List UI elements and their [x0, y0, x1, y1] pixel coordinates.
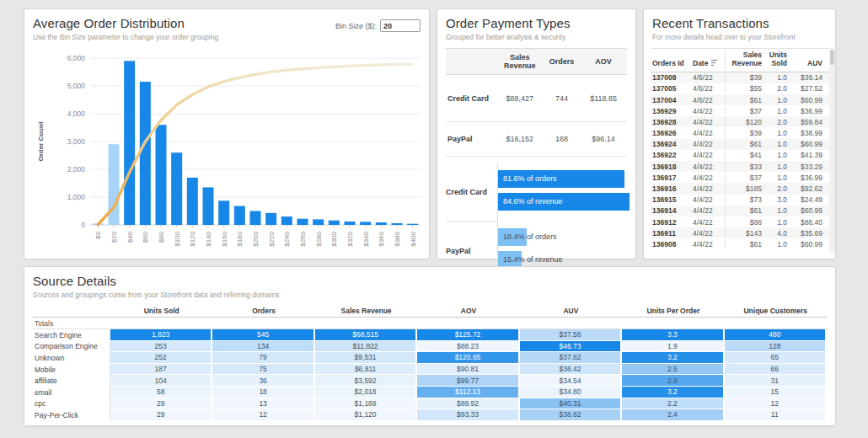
source-heat-cell[interactable]: 1,823 — [110, 329, 212, 341]
transaction-row-136916[interactable]: 1369164/4/22$1852.0$92.62 — [651, 183, 830, 194]
transaction-row-136911[interactable]: 1369114/4/22$1434.0$35.69 — [651, 227, 830, 238]
source-heat-cell[interactable]: 134 — [212, 341, 314, 353]
source-row-search-engine[interactable]: Search Engine1,823545$68,515$125.72$37.5… — [33, 329, 827, 341]
histogram-bar-$240[interactable] — [281, 216, 292, 225]
transaction-row-136915[interactable]: 1369154/4/22$733.0$24.49 — [651, 195, 830, 206]
source-heat-cell[interactable]: 1.9 — [622, 341, 724, 353]
transaction-row-136918[interactable]: 1369184/4/22$331.0$33.29 — [651, 161, 830, 172]
histogram-bar-$300[interactable] — [329, 221, 340, 225]
transaction-row-137005[interactable]: 1370054/6/22$552.0$27.52 — [651, 83, 830, 94]
transactions-column-header-sales-revenue[interactable]: Sales Revenue — [725, 51, 764, 69]
source-heat-cell[interactable]: 66 — [725, 364, 827, 376]
source-heat-cell[interactable]: 3.2 — [622, 352, 724, 364]
source-heat-cell[interactable]: $112.13 — [417, 387, 519, 398]
histogram-bar-$60[interactable] — [140, 82, 151, 225]
source-heat-cell[interactable]: 12 — [725, 398, 827, 410]
source-heat-cell[interactable]: 31 — [725, 375, 827, 387]
transactions-column-header-auv[interactable]: AUV — [790, 60, 825, 69]
source-heat-cell[interactable]: $40.31 — [520, 398, 622, 410]
source-heat-cell[interactable]: $3,592 — [315, 375, 417, 387]
source-heat-cell[interactable]: $38.62 — [520, 409, 622, 421]
source-row-pay-per-click[interactable]: Pay-Per-Click2912$1,120$93.33$38.622.411 — [33, 409, 827, 421]
transaction-row-136914[interactable]: 1369144/4/22$611.0$60.99 — [651, 206, 830, 216]
histogram-bar-$120[interactable] — [187, 178, 198, 225]
histogram-bar-$360[interactable] — [376, 222, 387, 225]
source-heat-cell[interactable]: $34.54 — [520, 375, 622, 387]
source-heat-cell[interactable]: $6,811 — [315, 364, 417, 376]
source-heat-cell[interactable]: 75 — [212, 364, 314, 376]
histogram-bar-$280[interactable] — [313, 219, 324, 225]
source-heat-cell[interactable]: $1,120 — [315, 409, 417, 421]
source-heat-cell[interactable]: 12 — [212, 409, 314, 421]
transaction-row-136908[interactable]: 1369084/4/22$611.0$60.99 — [651, 238, 830, 249]
source-heat-cell[interactable]: 3.3 — [622, 329, 724, 341]
source-heat-cell[interactable]: 545 — [212, 329, 314, 341]
source-heat-cell[interactable]: 2.2 — [622, 398, 724, 410]
histogram-bar-$140[interactable] — [203, 187, 214, 225]
histogram-bar-$200[interactable] — [250, 211, 261, 226]
source-column-header-unique-customers[interactable]: Unique Customers — [725, 307, 827, 315]
transaction-row-136926[interactable]: 1369264/4/22$391.0$38.99 — [651, 127, 830, 138]
source-heat-cell[interactable]: 252 — [110, 352, 212, 364]
source-heat-cell[interactable]: 104 — [110, 375, 212, 387]
source-heat-cell[interactable]: 65 — [725, 352, 827, 364]
source-heat-cell[interactable]: 29 — [110, 398, 212, 410]
order-distribution-chart[interactable]: 01,0002,0003,0004,0005,0006,000Order Cou… — [31, 50, 424, 257]
transaction-row-136928[interactable]: 1369284/4/22$1202.0$59.84 — [651, 116, 830, 127]
source-row-affiliate[interactable]: affiliate10436$3,592$99.77$34.542.931 — [33, 375, 827, 387]
source-heat-cell[interactable]: 187 — [110, 364, 212, 376]
source-heat-cell[interactable]: 2.9 — [622, 375, 724, 387]
transaction-row-137008[interactable]: 1370084/6/22$391.0$39.14 — [651, 72, 830, 83]
source-heat-cell[interactable]: $37.58 — [520, 329, 622, 341]
source-heat-cell[interactable]: $68,515 — [315, 329, 417, 341]
histogram-bar-$260[interactable] — [297, 219, 308, 225]
source-heat-cell[interactable]: $125.72 — [417, 329, 519, 341]
histogram-bar-$380[interactable] — [392, 223, 403, 225]
source-column-header-auv[interactable]: AUV — [520, 307, 622, 315]
transaction-row-137004[interactable]: 1370044/6/22$611.0$60.99 — [651, 94, 830, 105]
histogram-bar-$100[interactable] — [171, 152, 182, 225]
transaction-row-136917[interactable]: 1369174/4/22$371.0$36.99 — [651, 172, 830, 183]
source-column-header-units-per-order[interactable]: Units Per Order — [622, 307, 724, 315]
histogram-bar-$180[interactable] — [234, 206, 245, 225]
histogram-bar-$400[interactable] — [407, 224, 418, 225]
transactions-scrollbar-thumb[interactable] — [830, 50, 834, 65]
source-heat-cell[interactable]: $46.73 — [520, 341, 622, 353]
transaction-row-136922[interactable]: 1369224/4/22$411.0$41.39 — [651, 150, 830, 161]
source-heat-cell[interactable]: 18 — [212, 387, 314, 398]
source-heat-cell[interactable]: $34.80 — [520, 387, 622, 398]
histogram-bar-$160[interactable] — [218, 200, 229, 225]
source-heat-cell[interactable]: 36 — [212, 375, 314, 387]
histogram-bar-$340[interactable] — [360, 222, 371, 225]
transactions-column-header-date[interactable]: Date — [691, 59, 725, 69]
share-bar[interactable]: 81.6% of orders — [498, 170, 627, 188]
source-heat-cell[interactable]: 480 — [725, 329, 827, 341]
histogram-bar-$320[interactable] — [345, 222, 356, 225]
histogram-bar-$80[interactable] — [156, 125, 167, 225]
source-heat-cell[interactable]: $93.33 — [417, 409, 519, 421]
share-bar[interactable]: 84.6% of revenue — [498, 193, 627, 211]
histogram-bar-$220[interactable] — [265, 213, 276, 225]
source-row-unknown[interactable]: Unknown25279$9,531$120.65$37.823.265 — [33, 352, 827, 364]
source-heat-cell[interactable]: $11,822 — [315, 341, 417, 353]
source-heat-cell[interactable]: $2,018 — [315, 387, 417, 398]
source-heat-cell[interactable]: $1,169 — [315, 398, 417, 410]
source-heat-cell[interactable]: $90.81 — [417, 364, 519, 376]
source-row-comparison-engine[interactable]: Comparison Engine253134$11,822$88.23$46.… — [33, 341, 827, 353]
source-column-header-aov[interactable]: AOV — [417, 307, 519, 315]
source-heat-cell[interactable]: $9,531 — [315, 352, 417, 364]
payment-row-paypal[interactable]: PayPal$16,152168$96.14 — [446, 122, 627, 157]
source-heat-cell[interactable]: 2.4 — [622, 409, 724, 421]
transaction-row-136929[interactable]: 1369294/4/22$371.0$36.99 — [651, 105, 830, 116]
transaction-row-136912[interactable]: 1369124/4/22$861.0$86.40 — [651, 216, 830, 227]
source-heat-cell[interactable]: 15 — [725, 387, 827, 398]
source-heat-cell[interactable]: 3.2 — [622, 387, 724, 398]
payment-row-credit-card[interactable]: Credit Card$88,427744$118.85 — [446, 75, 627, 122]
source-heat-cell[interactable]: 13 — [212, 398, 314, 410]
source-heat-cell[interactable]: $37.82 — [520, 352, 622, 364]
source-heat-cell[interactable]: 29 — [110, 409, 212, 421]
source-heat-cell[interactable]: $88.23 — [417, 341, 519, 353]
source-heat-cell[interactable]: $89.92 — [417, 398, 519, 410]
source-row-mobile[interactable]: Mobile18775$6,811$90.81$36.422.566 — [33, 364, 827, 376]
source-row-cpc[interactable]: cpc2913$1,169$89.92$40.312.212 — [33, 398, 827, 410]
